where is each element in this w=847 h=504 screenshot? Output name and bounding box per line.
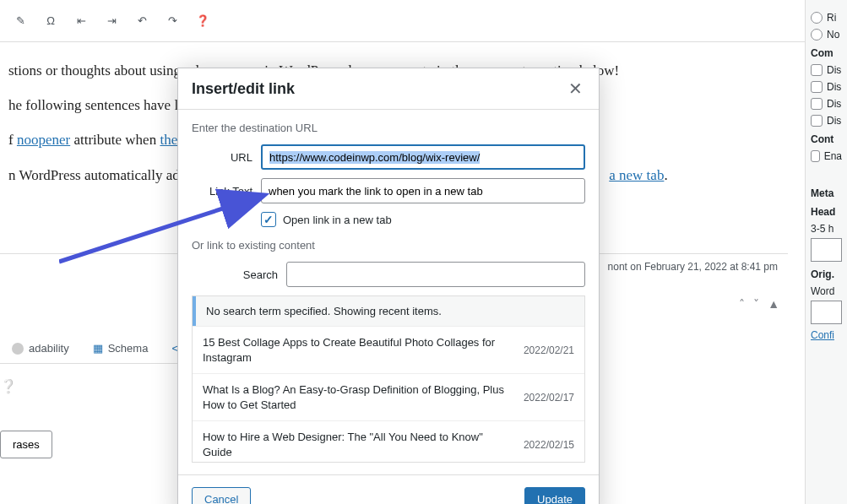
results-list: No search term specified. Showing recent…	[192, 295, 585, 463]
close-icon[interactable]: ✕	[565, 79, 585, 99]
search-hint: Or link to existing content	[192, 239, 585, 252]
result-item[interactable]: How to Hire a Web Designer: The "All You…	[193, 420, 584, 463]
sidebar-word-label: Word	[811, 285, 842, 297]
linktext-input[interactable]	[261, 178, 585, 203]
footer-timestamp: nont on February 21, 2022 at 8:41 pm	[608, 261, 778, 273]
update-button[interactable]: Update	[524, 487, 585, 504]
url-row: URL	[192, 144, 585, 170]
newtab-checkbox[interactable]	[261, 212, 276, 227]
cancel-button[interactable]: Cancel	[192, 487, 251, 504]
sidebar-head-input[interactable]	[811, 238, 842, 262]
chevron-down-icon[interactable]: ˅	[753, 297, 759, 311]
undo-icon[interactable]: ↶	[130, 9, 154, 33]
question-icon: ❔	[0, 379, 17, 393]
right-sidebar: Ri No Com Dis Dis Dis Dis Cont Ena Meta …	[805, 0, 847, 504]
omega-icon[interactable]: Ω	[39, 9, 62, 33]
help-icon[interactable]: ❓	[191, 9, 214, 33]
linktext-label: Link Text	[192, 185, 261, 198]
sidebar-config-link[interactable]: Confi	[811, 329, 842, 341]
link-noopener[interactable]: noopener	[17, 132, 70, 148]
chevron-up-icon[interactable]: ˄	[739, 297, 745, 311]
panel-controls: ˄ ˅ ▲	[739, 297, 779, 311]
sidebar-meta-heading: Meta	[811, 187, 842, 199]
check-dis-4[interactable]	[811, 115, 823, 127]
result-item[interactable]: 15 Best Collage Apps to Create Beautiful…	[193, 326, 584, 373]
clear-format-icon[interactable]: ✎	[8, 9, 32, 33]
radio-ri[interactable]	[811, 12, 823, 24]
sidebar-comp-heading: Com	[811, 47, 842, 59]
help-widget[interactable]: ❔	[0, 378, 17, 394]
tab-readability[interactable]: adability	[0, 333, 81, 363]
modal-header: Insert/edit link ✕	[178, 68, 599, 110]
search-label: Search	[217, 268, 286, 281]
results-hint: No search term specified. Showing recent…	[193, 296, 584, 326]
modal-footer: Cancel Update	[178, 474, 599, 504]
tab-schema[interactable]: ▦ Schema	[81, 333, 160, 363]
redo-icon[interactable]: ↷	[160, 9, 184, 33]
radio-no[interactable]	[811, 29, 823, 41]
linktext-row: Link Text	[192, 178, 585, 203]
url-input[interactable]	[261, 144, 585, 170]
sidebar-orig-heading: Orig.	[811, 268, 842, 280]
search-row: Search	[217, 262, 585, 287]
phrases-button[interactable]: rases	[0, 431, 52, 458]
modal-title: Insert/edit link	[192, 80, 295, 98]
link-the[interactable]: the	[160, 132, 177, 148]
url-label: URL	[192, 151, 261, 164]
newtab-label: Open link in a new tab	[283, 214, 392, 226]
grid-icon: ▦	[93, 342, 103, 355]
sidebar-head-heading: Head	[811, 206, 842, 218]
caret-up-icon[interactable]: ▲	[768, 297, 779, 311]
status-dot-icon	[12, 343, 24, 355]
check-dis-1[interactable]	[811, 64, 823, 76]
newtab-row: Open link in a new tab	[261, 212, 585, 227]
check-dis-2[interactable]	[811, 81, 823, 93]
sidebar-word-input[interactable]	[811, 301, 842, 324]
check-enable[interactable]	[811, 150, 820, 162]
outdent-icon[interactable]: ⇤	[69, 9, 93, 33]
check-dis-3[interactable]	[811, 98, 823, 110]
link-newtab[interactable]: a new tab	[609, 167, 664, 183]
indent-icon[interactable]: ⇥	[100, 9, 123, 33]
sidebar-head-sub: 3-5 h	[811, 223, 842, 235]
result-item[interactable]: What Is a Blog? An Easy-to-Grasp Definit…	[193, 373, 584, 420]
editor-toolbar: ✎ Ω ⇤ ⇥ ↶ ↷ ❓	[0, 0, 847, 42]
seo-button-area: rases	[0, 431, 52, 458]
search-input[interactable]	[286, 262, 585, 287]
modal-hint: Enter the destination URL	[192, 122, 585, 134]
insert-link-modal: Insert/edit link ✕ Enter the destination…	[177, 68, 600, 504]
sidebar-content-heading: Cont	[811, 133, 842, 145]
modal-body: Enter the destination URL URL Link Text …	[178, 110, 599, 474]
